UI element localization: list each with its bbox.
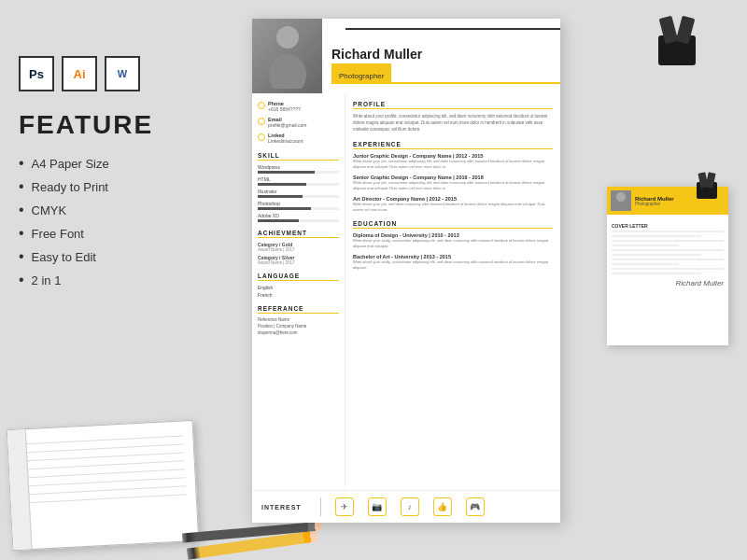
achievement-section-title: ACHIEVMENT [258,230,339,238]
language-item-1: English [258,285,339,290]
cl-subtitle: Photographer [635,202,674,206]
person-silhouette [264,23,311,89]
header-bottom-line [345,82,560,84]
resume-document: Richard Muller Photographer Phone +616 5… [252,19,560,523]
skill-item-1: HTML [258,176,339,186]
cl-line [612,235,701,237]
cl-section-label: COVER LETTER [612,223,724,229]
feature-list: A4 Paper Size Ready to Print CMYK Free F… [19,155,224,288]
cl-photo [611,190,631,211]
header-top-line [345,28,560,30]
resume-footer: INTEREST ✈ 📷 ♪ 👍 🎮 [252,490,560,523]
svg-point-3 [613,202,629,211]
notebook-line [20,485,186,495]
skills-container: Wordpress HTML Illustrator Photoshop Ado… [258,164,339,222]
linkedin-contact: Linked Linkedin/account [258,133,339,145]
cl-signature: Richard Muller [612,279,724,287]
language-item-2: French [258,292,339,298]
interest-label: INTEREST [261,504,302,511]
cl-line [612,263,679,265]
notebook-lines [7,421,197,525]
illustrator-icon: Ai [62,56,97,91]
profile-text: Write about your profile, consectetur ad… [353,113,553,133]
feature-item-1: Ready to Print [19,178,224,195]
achievement-item-1: Category / Gold Award Name | 2017 [258,242,339,252]
contact-dot [258,133,265,141]
notebook-line [18,452,184,461]
notebook-line [19,460,185,469]
cl-line [612,231,724,232]
resume-title: Photographer [339,72,384,80]
reference-section-title: REFERANCE [258,305,339,314]
contact-dot [258,118,265,125]
cl-line [612,273,701,274]
skill-item-3: Photoshop [258,201,339,210]
photoshop-icon: Ps [19,56,54,91]
interest-icon-5: 🎮 [466,497,485,516]
interest-icon-1: ✈ [335,497,354,516]
resume-header: Richard Muller Photographer [252,19,560,93]
cl-line [612,245,679,246]
cl-person-icon [611,190,631,211]
experience-item-1: Junior Graphic Design - Company Name | 2… [353,153,553,170]
notebook-line [18,435,184,444]
resume-name: Richard Muller [331,47,551,62]
feature-item-2: CMYK [19,202,224,218]
resume-left-column: Phone +616 5654???? Email profile@gmail.… [252,93,345,490]
cl-line [612,268,724,270]
reference-email: draperma@here.com [258,330,339,337]
left-panel: Ps Ai W FEATURE A4 Paper Size Ready to P… [19,56,224,295]
contact-dot [258,102,265,109]
software-icons: Ps Ai W [19,56,224,91]
resume-title-bar: Photographer [331,63,391,84]
svg-point-1 [269,54,306,89]
feature-item-4: Easy to Edit [19,248,224,265]
notebook-line [20,477,186,486]
cl-line [612,249,724,251]
cl-body: COVER LETTER Richard Muller [607,215,728,292]
interest-icon-3: ♪ [401,497,419,516]
cl-line [612,240,724,242]
word-icon: W [105,56,140,91]
cl-name: Richard Muller [635,196,674,202]
skill-section-title: SKILL [258,152,339,161]
language-section-title: LANGUAGE [258,273,339,281]
achievement-item-2: Category / Silver Award Name | 2017 [258,255,339,265]
photo-inner [252,19,322,93]
feature-item-0: A4 Paper Size [19,155,224,172]
reference-company: Position | Company Name [258,324,339,330]
education-section-title: EDUCATION [353,220,553,229]
education-item-1: Diploma of Design - University | 2010 - … [353,232,553,249]
cl-line [612,254,701,256]
phone-contact: Phone +616 5654???? [258,101,339,113]
experience-section-title: EXPERIENCE [353,141,553,149]
notebook-decoration [7,420,200,551]
footer-divider [320,497,321,516]
resume-right-column: PROFILE Write about your profile, consec… [345,93,560,490]
profile-section-title: PROFILE [353,101,553,109]
page-container: Ps Ai W FEATURE A4 Paper Size Ready to P… [0,0,747,560]
experience-item-2: Senior Graphic Design - Company Name | 2… [353,175,553,191]
feature-item-3: Free Font [19,225,224,242]
interest-icon-2: 📷 [368,497,387,516]
skill-item-0: Wordpress [258,164,339,174]
skill-item-4: Adobe XD [258,213,339,222]
notebook-line [19,469,185,478]
notebook-line [21,494,187,503]
binder-clip-small [697,177,717,212]
binder-clip-top-right [658,28,696,87]
experience-item-3: Art Director - Company Name | 2012 - 201… [353,196,553,213]
notebook-line [18,443,184,453]
cl-line [612,259,724,260]
resume-name-block: Richard Muller Photographer [322,21,560,91]
reference-name: Reference Name [258,317,339,324]
svg-point-2 [616,192,626,202]
svg-point-0 [276,26,299,49]
resume-body: Phone +616 5654???? Email profile@gmail.… [252,93,560,490]
education-item-2: Bachelor of Art - University | 2013 - 20… [353,254,553,271]
feature-item-5: 2 in 1 [19,272,224,288]
resume-photo [252,19,322,93]
interest-icon-4: 👍 [433,497,452,516]
email-contact: Email profile@gmail.com [258,117,339,129]
feature-title: FEATURE [19,110,224,140]
